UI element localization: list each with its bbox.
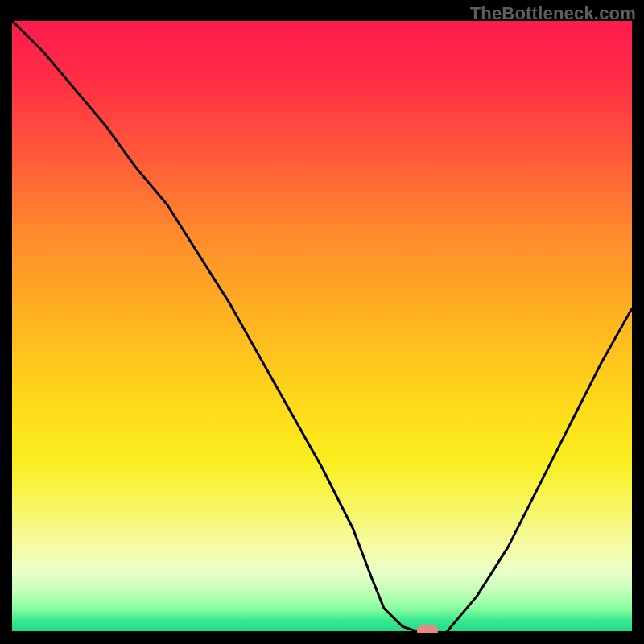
baseline (12, 631, 632, 633)
chart-frame: TheBottleneck.com (0, 0, 644, 644)
attribution-label: TheBottleneck.com (470, 3, 636, 24)
plot-area (12, 21, 632, 633)
curve-path (12, 21, 632, 633)
optimal-marker (417, 625, 438, 633)
bottleneck-curve (12, 21, 632, 633)
